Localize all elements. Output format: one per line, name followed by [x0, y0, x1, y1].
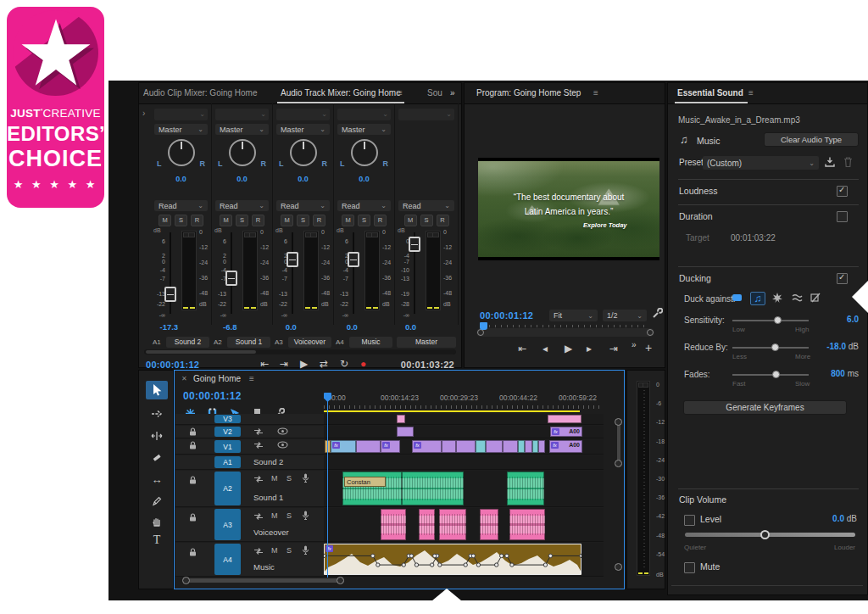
track-r-button[interactable]: R	[191, 215, 203, 226]
v-scroll-handle-extra[interactable]	[615, 563, 622, 571]
track-target-v1[interactable]: V1	[214, 440, 241, 453]
clip-a3[interactable]	[480, 509, 498, 540]
clip-v1[interactable]	[532, 440, 538, 453]
track-name[interactable]: Sound 2	[166, 337, 209, 348]
hand-tool[interactable]	[146, 511, 168, 530]
mute-track-button[interactable]: M	[271, 511, 278, 520]
es-menu-icon[interactable]: ≡	[748, 88, 754, 98]
track-target-v2[interactable]: V2	[214, 427, 241, 437]
duck-music-icon[interactable]: ♫	[750, 292, 765, 305]
output-assignment-dropdown[interactable]: Master⌄	[337, 124, 391, 135]
output-assignment-dropdown[interactable]: Master⌄	[154, 124, 208, 135]
fader-handle[interactable]	[164, 287, 176, 302]
automation-mode-dropdown[interactable]: Read⌄	[215, 200, 269, 211]
generate-keyframes-button[interactable]: Generate Keyframes	[683, 400, 847, 415]
program-menu-icon[interactable]: ≡	[593, 88, 598, 98]
loudness-section-label[interactable]: Loudness	[679, 186, 718, 196]
tab-program[interactable]: Program: Going Home Step	[476, 88, 581, 98]
go-to-in-icon[interactable]: ⇤	[260, 358, 269, 370]
automation-mode-dropdown[interactable]: Read⌄	[154, 200, 208, 211]
program-timecode[interactable]: 00:00:01:12	[480, 310, 533, 321]
fader-handle[interactable]	[409, 237, 420, 252]
timeline-ruler[interactable]: :00:0000:00:14:2300:00:29:2300:00:44:220…	[324, 391, 604, 410]
carousel-left-arrow[interactable]	[852, 281, 868, 313]
clip-v1[interactable]: fx	[381, 440, 400, 453]
ducking-section-label[interactable]: Ducking	[679, 273, 711, 283]
clip-v2[interactable]	[397, 427, 414, 437]
selection-tool[interactable]	[146, 381, 168, 399]
clear-audio-type-button[interactable]: Clear Audio Type	[764, 132, 859, 147]
voiceover-record-mic-icon[interactable]	[302, 545, 309, 555]
track-lane-v2[interactable]: fxA00	[324, 426, 604, 438]
track-s-button[interactable]: S	[358, 215, 370, 226]
track-target-a1[interactable]: A1	[214, 456, 241, 468]
track-lane-a3[interactable]	[324, 508, 604, 542]
clip-v1[interactable]: fx	[412, 440, 442, 453]
effects-slot[interactable]: ⌄	[398, 109, 454, 120]
track-m-button[interactable]: M	[404, 215, 417, 226]
track-r-button[interactable]: R	[374, 215, 387, 226]
solo-track-button[interactable]: S	[287, 474, 292, 483]
duck-ambience-icon[interactable]	[790, 292, 804, 304]
clip-v1[interactable]	[356, 440, 381, 453]
tab-sequence[interactable]: Going Home	[193, 374, 241, 383]
go-to-in-icon[interactable]: ⇤	[518, 343, 526, 354]
lock-icon[interactable]	[189, 476, 197, 484]
go-to-out-icon[interactable]: ⇥	[280, 358, 288, 370]
track-header-v2[interactable]: V2	[175, 426, 324, 438]
mute-checkbox[interactable]	[684, 562, 695, 573]
pen-tool[interactable]	[146, 491, 168, 510]
clip-a4[interactable]: fx	[324, 544, 581, 575]
clip-v1[interactable]	[442, 440, 456, 453]
close-tab-icon[interactable]: ✕	[181, 375, 187, 382]
duck-mixed-icon[interactable]	[809, 292, 822, 304]
mixer-current-timecode[interactable]: 00:00:01:12	[146, 360, 199, 370]
track-name[interactable]: Sound 1	[227, 337, 270, 348]
clip-a2[interactable]	[507, 472, 544, 505]
solo-track-button[interactable]: S	[287, 546, 292, 555]
clip-v1[interactable]	[476, 440, 486, 453]
level-checkbox[interactable]	[684, 515, 695, 526]
track-header-a2[interactable]: A2MSSound 1	[175, 471, 324, 507]
v-scroll-handle-top[interactable]	[615, 418, 622, 426]
clip-v1[interactable]: fxA00	[549, 440, 582, 453]
track-header-v3[interactable]: V3	[175, 414, 324, 425]
slider-thumb[interactable]	[771, 343, 779, 351]
track-r-button[interactable]: R	[313, 215, 326, 226]
playback-resolution-dropdown[interactable]: 1/2⌄	[603, 310, 647, 321]
crossfade-transition[interactable]: Constan	[344, 477, 386, 487]
output-assignment-dropdown[interactable]: Master⌄	[276, 124, 330, 135]
track-lane-a2[interactable]: Constan	[324, 471, 604, 507]
automation-mode-dropdown[interactable]: Read⌄	[398, 200, 454, 211]
lock-icon[interactable]	[189, 548, 197, 556]
loop-icon[interactable]: ↻	[340, 358, 348, 370]
preset-dropdown[interactable]: (Custom)⌄	[703, 156, 819, 170]
track-select-forward-tool[interactable]	[146, 405, 168, 423]
voiceover-record-mic-icon[interactable]	[302, 473, 309, 483]
clip-v1[interactable]	[503, 440, 518, 453]
play-icon[interactable]: ▶	[565, 343, 572, 354]
carousel-up-arrow[interactable]	[427, 589, 466, 605]
v-scroll-handle-bottom[interactable]	[615, 460, 622, 467]
timeline-v-scrollbar[interactable]	[617, 422, 620, 464]
voiceover-record-mic-icon[interactable]	[302, 511, 309, 521]
automation-mode-dropdown[interactable]: Read⌄	[337, 200, 391, 211]
sync-lock-icon[interactable]	[253, 475, 264, 483]
step-forward-icon[interactable]: ▸	[587, 343, 592, 354]
lock-icon[interactable]	[189, 441, 197, 449]
volume-keyframes[interactable]	[324, 544, 581, 575]
more-controls-icon[interactable]: »	[632, 340, 637, 349]
track-lane-a4[interactable]: fx	[324, 543, 604, 577]
mute-track-button[interactable]: M	[271, 474, 278, 483]
effects-slot[interactable]: ⌄	[337, 109, 391, 120]
expand-strip-icon[interactable]: ›	[142, 109, 145, 118]
clip-a3[interactable]	[439, 509, 466, 540]
track-name[interactable]: Master	[397, 337, 456, 348]
clip-a3[interactable]	[381, 509, 406, 540]
scrubber-left-handle[interactable]	[477, 329, 484, 336]
track-header-v1[interactable]: V1	[175, 439, 324, 455]
ripple-edit-tool[interactable]	[146, 427, 168, 445]
track-s-button[interactable]: S	[175, 215, 187, 226]
track-name[interactable]: Music	[349, 337, 392, 348]
clip-v1[interactable]: fx	[331, 440, 356, 453]
